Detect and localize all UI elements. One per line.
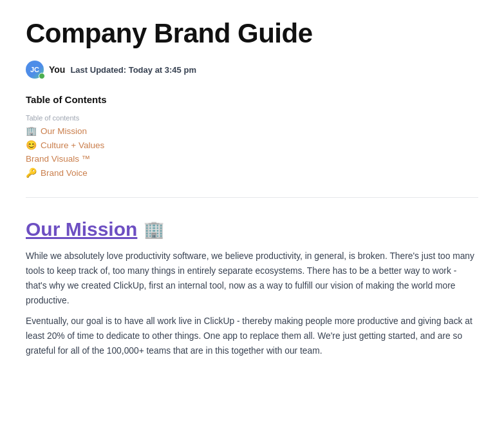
avatar-online-badge	[39, 73, 45, 79]
avatar-initials: JC	[30, 66, 39, 73]
page-title: Company Brand Guide	[26, 18, 478, 49]
toc-culture-label: Culture + Values	[41, 140, 104, 150]
mission-icon: 🏢	[144, 220, 164, 240]
last-updated: Last Updated: Today at 3:45 pm	[70, 65, 196, 75]
toc-item-brand-visuals[interactable]: Brand Visuals ™	[26, 154, 478, 164]
mission-body: While we absolutely love productivity so…	[26, 249, 478, 358]
mission-paragraph-2: Eventually, our goal is to have all work…	[26, 314, 478, 358]
toc-label: Table of contents	[26, 114, 478, 122]
toc-item-mission[interactable]: 🏢 Our Mission	[26, 126, 478, 136]
section-divider	[26, 197, 478, 198]
mission-title-row: Our Mission 🏢	[26, 218, 478, 240]
toc-item-brand-voice[interactable]: 🔑 Brand Voice	[26, 168, 478, 178]
toc-brand-visuals-label: Brand Visuals ™	[26, 154, 90, 164]
toc-mission-label: Our Mission	[41, 126, 87, 136]
toc-heading: Table of Contents	[26, 94, 478, 105]
toc-mission-icon: 🏢	[26, 126, 37, 136]
toc-container: Table of contents 🏢 Our Mission 😊 Cultur…	[26, 114, 478, 178]
toc-item-culture[interactable]: 😊 Culture + Values	[26, 140, 478, 150]
toc-brand-voice-icon: 🔑	[26, 168, 37, 178]
toc-list: 🏢 Our Mission 😊 Culture + Values Brand V…	[26, 126, 478, 178]
avatar: JC	[26, 61, 44, 79]
mission-paragraph-1: While we absolutely love productivity so…	[26, 249, 478, 308]
toc-brand-voice-label: Brand Voice	[41, 168, 88, 178]
author-row: JC You Last Updated: Today at 3:45 pm	[26, 61, 478, 79]
mission-title[interactable]: Our Mission	[26, 218, 137, 240]
author-name: You	[49, 64, 65, 75]
toc-culture-icon: 😊	[26, 140, 37, 150]
